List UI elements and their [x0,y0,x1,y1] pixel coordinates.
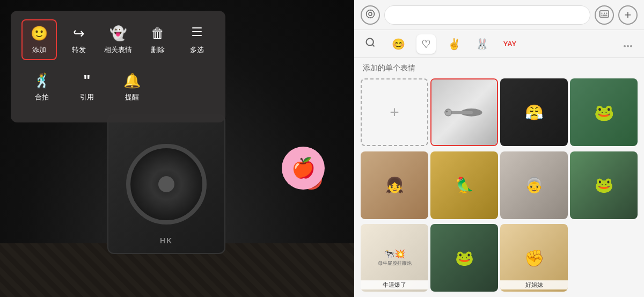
menu-item-multiselect-label: 多选 [190,45,204,55]
search-tab[interactable] [361,34,380,54]
quote-icon: " [83,72,90,89]
menu-item-collab[interactable]: 🕺 合拍 [21,67,62,107]
menu-item-related-label: 相关表情 [104,45,132,55]
menu-item-collab-label: 合拍 [35,92,49,102]
sticker-bubble: 🍎 [282,147,325,190]
svg-line-15 [372,45,375,47]
add-button[interactable]: + [618,5,638,25]
add-emoji-icon: 🙂 [31,25,48,42]
menu-item-delete[interactable]: 🗑 删除 [140,19,175,60]
remind-icon: 🔔 [123,73,141,89]
menu-item-related[interactable]: 👻 相关表情 [101,19,136,60]
section-header: 添加的单个表情 [354,58,644,76]
sticker-whistle[interactable] [430,78,498,146]
sticker-fist-label: 好姐妹 [500,280,568,289]
multiselect-icon [191,25,203,42]
sticker-kid[interactable]: 👧 [361,151,428,219]
speaker-body: HK [107,114,225,254]
brand-label: HK [160,236,173,245]
add-sticker-button[interactable]: + [361,78,428,146]
peace-icon: ✌️ [448,38,461,50]
plus-icon: + [625,9,632,21]
voice-icon [365,9,375,21]
top-bar: + [354,0,644,30]
favorites-icon: ♡ [421,38,431,50]
menu-item-delete-label: 删除 [151,45,165,55]
context-menu-row2: 🕺 合拍 " 引用 🔔 提醒 [21,67,215,107]
context-menu: 🙂 添加 ↪ 转发 👻 相关表情 🗑 删除 [11,11,225,122]
forward-icon: ↪ [73,25,85,42]
more-sticker-tab[interactable] [618,34,638,54]
svg-point-3 [367,10,375,18]
voice-button[interactable] [361,5,380,25]
search-icon [365,37,376,50]
bunny-icon: 🐰 [475,38,489,50]
add-sticker-icon: + [390,103,399,121]
menu-item-forward-label: 转发 [72,45,86,55]
peace-tab[interactable]: ✌️ [444,34,464,54]
menu-item-remind[interactable]: 🔔 提醒 [112,67,152,107]
message-input[interactable] [384,5,590,25]
keyboard-button[interactable] [595,5,614,25]
left-panel: HK 🍎 🙂 添加 ↪ 转发 👻 相关表情 🗑 删除 [0,0,354,297]
menu-item-forward[interactable]: ↪ 转发 [61,19,96,60]
svg-rect-7 [600,11,609,17]
svg-point-21 [445,109,452,116]
svg-point-17 [627,45,629,47]
sticker-cow-label: 牛逼爆了 [361,280,428,289]
yay-tab[interactable]: YAY [500,34,519,54]
bunny-tab[interactable]: 🐰 [472,34,492,54]
sticker-image: 🍎 [282,147,325,190]
sticker-cow-boom[interactable]: 🐄💥 母牛屁股挂鞭炮 牛逼爆了 [361,224,428,292]
svg-point-22 [446,110,448,112]
favorites-tab[interactable]: ♡ [416,34,436,54]
sticker-bird[interactable]: 🦜 [430,151,498,219]
emoji-icon: 😊 [392,38,405,50]
menu-item-quote-label: 引用 [80,92,94,102]
sticker-frog-stick[interactable]: 🐸 [570,151,638,219]
right-panel: + 😊 ♡ ✌️ 🐰 YAY [354,0,644,297]
svg-point-14 [367,39,374,46]
section-title: 添加的单个表情 [363,63,415,72]
sticker-old-lady[interactable]: 👵 [500,151,568,219]
sticker-frog-right[interactable]: 🐸 [570,78,638,146]
menu-item-add-label: 添加 [32,45,46,55]
delete-icon: 🗑 [151,25,165,42]
dots-icon [624,38,632,50]
menu-item-remind-label: 提醒 [125,92,139,102]
context-menu-row1: 🙂 添加 ↪ 转发 👻 相关表情 🗑 删除 [21,19,215,60]
related-icon: 👻 [109,25,127,42]
svg-point-4 [369,12,372,16]
svg-rect-0 [192,27,202,28]
svg-rect-1 [192,31,202,32]
sticker-dark-meme[interactable]: 😤 [500,78,568,146]
yay-icon: YAY [503,40,516,48]
sticker-frog-punch[interactable]: 🐸 [430,224,498,292]
svg-rect-2 [192,35,202,36]
speaker-cone [126,144,207,224]
svg-point-16 [624,45,626,47]
keyboard-icon [599,10,609,20]
emoji-toolbar: 😊 ♡ ✌️ 🐰 YAY [354,30,644,58]
sticker-fist[interactable]: ✊ 好姐妹 [500,224,568,292]
emoji-tab[interactable]: 😊 [389,34,408,54]
cow-sublabel: 母牛屁股挂鞭炮 [377,260,413,267]
svg-point-18 [630,45,632,47]
menu-item-multiselect[interactable]: 多选 [180,19,215,60]
collab-icon: 🕺 [33,73,50,89]
menu-item-add[interactable]: 🙂 添加 [21,19,57,60]
sticker-grid: + 😤 🐸 [354,76,644,297]
menu-item-quote[interactable]: " 引用 [67,67,107,107]
